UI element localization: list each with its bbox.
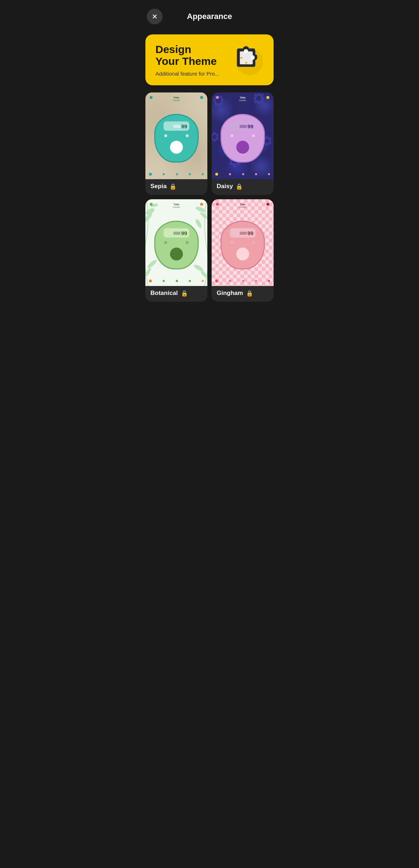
lock-icon-botanical: 🔒	[181, 290, 188, 297]
svg-point-62	[200, 270, 207, 278]
svg-point-47	[213, 132, 216, 135]
theme-card-daisy[interactable]: Title Subtitle ████ 99	[212, 92, 274, 195]
botanical-label: Botanical 🔒	[145, 286, 207, 297]
puzzle-icon	[231, 43, 266, 77]
theme-card-botanical[interactable]: Title Subtitle ████ 99	[145, 199, 207, 302]
lock-icon-daisy: 🔒	[236, 183, 243, 190]
header: Appearance	[140, 0, 279, 32]
svg-point-49	[216, 138, 219, 140]
svg-point-48	[216, 133, 219, 136]
lock-icon-gingham: 🔒	[246, 290, 253, 297]
daisy-preview: Title Subtitle ████ 99	[212, 92, 274, 179]
banner-subtitle: Additional feature for Pro...	[155, 71, 219, 77]
svg-point-42	[265, 143, 269, 146]
theme-card-sepia[interactable]: Title Subtitle ████ 99	[145, 92, 207, 195]
gingham-label: Gingham 🔒	[212, 286, 274, 297]
svg-point-39	[265, 136, 269, 139]
sepia-preview: Title Subtitle ████ 99	[145, 92, 207, 179]
svg-point-57	[199, 211, 207, 220]
banner-title: DesignYour Theme	[155, 43, 219, 67]
svg-point-25	[257, 101, 260, 104]
svg-point-50	[213, 139, 216, 142]
svg-point-34	[233, 164, 236, 167]
sepia-label: Sepia 🔒	[145, 179, 207, 190]
svg-point-52	[212, 135, 216, 139]
svg-point-44	[265, 139, 269, 143]
page-title: Appearance	[163, 12, 256, 21]
close-button[interactable]	[147, 9, 163, 24]
daisy-label: Daisy 🔒	[212, 179, 274, 190]
gingham-preview: Title Subtitle ████ 99	[212, 199, 274, 286]
design-theme-banner[interactable]: DesignYour Theme Additional feature for …	[145, 34, 274, 85]
svg-point-9	[235, 51, 236, 53]
svg-point-10	[255, 48, 257, 51]
svg-rect-7	[244, 49, 249, 53]
lock-icon-sepia: 🔒	[169, 183, 177, 190]
svg-rect-8	[251, 55, 255, 60]
botanical-preview: Title Subtitle ████ 99	[145, 199, 207, 286]
banner-text: DesignYour Theme Additional feature for …	[155, 43, 219, 77]
themes-grid: Title Subtitle ████ 99	[140, 92, 279, 309]
theme-card-gingham[interactable]: Title Subtitle ████ 99	[212, 199, 274, 302]
